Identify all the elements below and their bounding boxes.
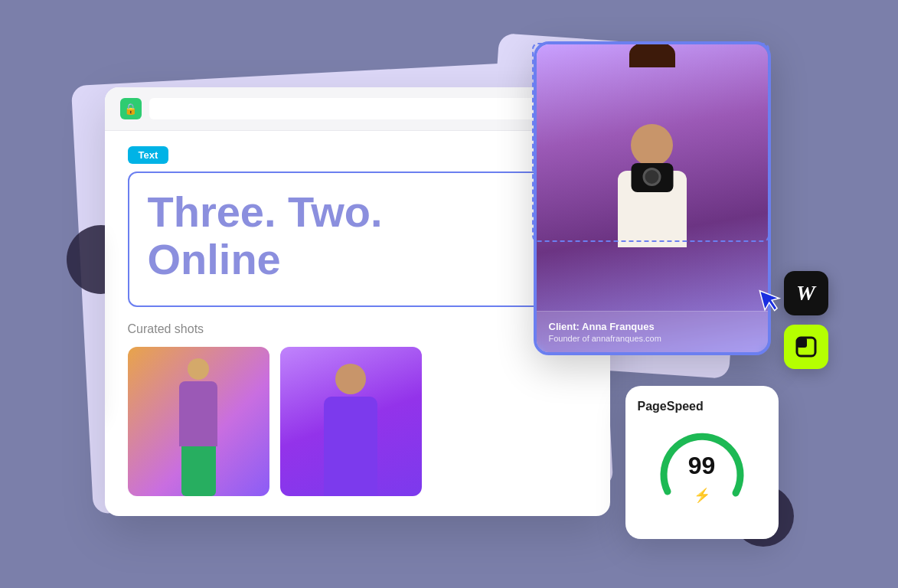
fashion-figure: [179, 358, 217, 496]
photo-thumb-1: [128, 347, 269, 496]
wordpress-icon: W: [784, 271, 828, 315]
outline-icon: [784, 325, 828, 369]
jacket-body: [324, 397, 377, 496]
headline: Three. Two. Online: [148, 188, 567, 283]
wp-logo: W: [796, 281, 815, 305]
scene: 🔒 .COM: [67, 26, 832, 562]
speed-bolt-icon: ⚡: [694, 487, 710, 504]
text-box: Three. Two. Online: [128, 172, 587, 307]
pagespeed-title: PageSpeed: [638, 400, 704, 413]
curated-label: Curated shots: [128, 322, 587, 336]
cam-arms: [618, 171, 687, 247]
photo-card: Client: Anna Franques Founder of annafra…: [534, 41, 771, 355]
headline-line2: Online: [148, 235, 281, 283]
photo-card-caption: Client: Anna Franques Founder of annafra…: [537, 311, 768, 352]
photo-grid: [128, 347, 587, 496]
svg-rect-4: [797, 338, 807, 348]
caption-client-name: Client: Anna Franques: [549, 321, 756, 332]
caption-client-subtitle: Founder of annafranques.com: [549, 334, 756, 343]
photo-thumb-2: [280, 347, 422, 496]
cam-head: [631, 124, 673, 166]
cam-camera: [631, 163, 673, 192]
photo-card-inner: Client: Anna Franques Founder of annafra…: [537, 44, 768, 352]
jacket-figure: [324, 364, 377, 496]
jacket-head: [335, 364, 366, 394]
headline-line1: Three. Two.: [148, 188, 383, 236]
cam-hair: [629, 44, 675, 67]
camera-person: [618, 124, 687, 247]
figure-torso: [179, 381, 217, 446]
figure-legs: [181, 446, 216, 496]
speed-number: 99: [688, 452, 716, 480]
speed-gauge: 99 ⚡: [652, 423, 752, 507]
url-input[interactable]: [149, 98, 546, 119]
figure-head: [188, 358, 209, 380]
cam-body: [618, 171, 687, 247]
pagespeed-card: PageSpeed 99 ⚡: [625, 386, 779, 539]
text-badge: Text: [128, 146, 169, 164]
lock-icon: 🔒: [124, 103, 137, 115]
lock-icon-wrap: 🔒: [120, 98, 142, 119]
cam-lens: [643, 168, 661, 186]
photographer-silhouette: [537, 44, 768, 311]
